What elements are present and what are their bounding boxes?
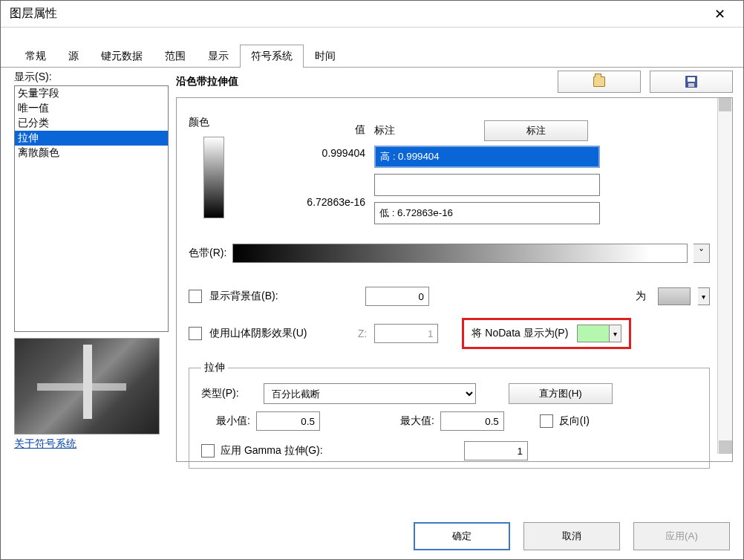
mid-label-input[interactable] <box>374 174 600 196</box>
folder-open-icon <box>593 76 605 87</box>
bg-color-dropdown[interactable]: ▾ <box>698 287 710 305</box>
gamma-input[interactable] <box>464 441 528 460</box>
color-ramp-row: 色带(R): ˅ <box>189 244 710 263</box>
gamma-label: 应用 Gamma 拉伸(G): <box>221 444 458 458</box>
panel-header: 沿色带拉伸值 <box>176 71 733 93</box>
value-col: 值 0.999404 6.72863e-16 <box>276 123 365 208</box>
bg-value-input[interactable] <box>365 287 429 306</box>
cancel-button[interactable]: 取消 <box>523 522 620 550</box>
show-list[interactable]: 矢量字段 唯一值 已分类 拉伸 离散颜色 <box>14 85 169 332</box>
color-gradient-preview <box>203 137 224 218</box>
window-title: 图层属性 <box>10 6 57 22</box>
label-col: 标注 标注 <box>374 120 710 230</box>
scroll-up-icon[interactable] <box>719 98 731 111</box>
open-button[interactable] <box>558 71 641 93</box>
type-label: 类型(P): <box>201 387 253 400</box>
color-label: 颜色 <box>189 116 276 129</box>
left-column: 显示(S): 矢量字段 唯一值 已分类 拉伸 离散颜色 关于符号系统 <box>14 71 169 462</box>
nodata-color-swatch[interactable] <box>577 325 610 342</box>
ramp-dropdown[interactable]: ˅ <box>694 244 710 263</box>
hillshade-label: 使用山体阴影效果(U) <box>209 327 350 340</box>
invert-checkbox[interactable] <box>540 414 553 428</box>
dialog-window: 图层属性 ✕ 常规 源 键元数据 范围 显示 符号系统 时间 显示(S): 矢量… <box>0 0 744 560</box>
background-row: 显示背景值(B): 为 ▾ <box>189 287 710 306</box>
stretch-fieldset: 拉伸 类型(P): 百分比截断 直方图(H) 最小值: 最大值: 反向(I) <box>189 361 710 469</box>
gamma-checkbox[interactable] <box>201 444 215 458</box>
minmax-row: 最小值: 最大值: 反向(I) <box>216 411 697 431</box>
tab-source[interactable]: 源 <box>57 45 90 68</box>
nodata-label: 将 NoData 显示为(P) <box>471 327 568 340</box>
titlebar: 图层属性 ✕ <box>1 1 743 27</box>
gamma-row: 应用 Gamma 拉伸(G): <box>201 441 697 460</box>
bg-color-swatch[interactable] <box>658 287 691 305</box>
tab-display[interactable]: 显示 <box>197 45 240 68</box>
nodata-color-dropdown[interactable]: ▾ <box>610 325 621 342</box>
min-label: 最小值: <box>216 414 250 428</box>
list-item-classified[interactable]: 已分类 <box>15 116 168 131</box>
ramp-label: 色带(R): <box>189 247 226 260</box>
tab-extent[interactable]: 范围 <box>154 45 197 68</box>
low-value: 6.72863e-16 <box>276 196 365 208</box>
tab-keymeta[interactable]: 键元数据 <box>90 45 154 68</box>
max-label: 最大值: <box>400 414 434 428</box>
show-bg-label: 显示背景值(B): <box>209 290 358 303</box>
max-input[interactable] <box>440 411 504 431</box>
low-label-input[interactable] <box>374 202 600 224</box>
disk-save-icon <box>685 76 697 88</box>
panel-scrollbar[interactable] <box>717 98 732 454</box>
show-label: 显示(S): <box>14 71 169 84</box>
type-row: 类型(P): 百分比截断 直方图(H) <box>201 383 697 404</box>
show-bg-checkbox[interactable] <box>189 290 202 303</box>
list-item-discrete[interactable]: 离散颜色 <box>15 146 168 160</box>
tab-bar: 常规 源 键元数据 范围 显示 符号系统 时间 <box>1 44 743 68</box>
apply-button[interactable]: 应用(A) <box>633 522 730 550</box>
as-label: 为 <box>437 290 646 303</box>
hillshade-checkbox[interactable] <box>189 327 202 340</box>
list-item-unique[interactable]: 唯一值 <box>15 101 168 116</box>
color-section: 颜色 值 0.999404 6.72863e-16 标注 标注 <box>189 138 710 230</box>
scroll-down-icon[interactable] <box>719 440 732 454</box>
preview-image <box>14 338 160 434</box>
annotate-button[interactable]: 标注 <box>484 120 588 141</box>
histogram-button[interactable]: 直方图(H) <box>509 383 613 404</box>
value-header: 值 <box>276 123 365 137</box>
annotation-header: 标注 <box>374 124 395 137</box>
z-label: Z: <box>358 328 367 339</box>
list-item-stretch[interactable]: 拉伸 <box>15 131 168 146</box>
save-button[interactable] <box>650 71 733 93</box>
list-item-vector[interactable]: 矢量字段 <box>15 86 168 101</box>
footer-buttons: 确定 取消 应用(A) <box>414 522 730 550</box>
type-select[interactable]: 百分比截断 <box>264 383 476 404</box>
stretch-legend: 拉伸 <box>201 361 228 374</box>
invert-label: 反向(I) <box>559 414 590 428</box>
high-label-input[interactable] <box>374 146 600 168</box>
ok-button[interactable]: 确定 <box>414 522 510 550</box>
tab-time[interactable]: 时间 <box>304 45 347 68</box>
panel-title: 沿色带拉伸值 <box>176 75 238 88</box>
tab-general[interactable]: 常规 <box>14 45 57 68</box>
hillshade-row: 使用山体阴影效果(U) Z: 将 NoData 显示为(P) ▾ <box>189 318 710 349</box>
high-value: 0.999404 <box>276 147 365 159</box>
symbology-panel: 颜色 值 0.999404 6.72863e-16 标注 标注 <box>176 97 733 462</box>
min-input[interactable] <box>256 411 320 431</box>
right-column: 沿色带拉伸值 颜色 值 <box>176 71 733 462</box>
close-button[interactable]: ✕ <box>705 4 734 25</box>
color-ramp[interactable] <box>232 244 688 263</box>
nodata-highlight: 将 NoData 显示为(P) ▾ <box>462 318 631 349</box>
z-input[interactable] <box>374 324 438 343</box>
content-area: 显示(S): 矢量字段 唯一值 已分类 拉伸 离散颜色 关于符号系统 沿色带拉伸… <box>1 68 743 462</box>
tab-symbology[interactable]: 符号系统 <box>240 45 304 68</box>
about-symbology-link[interactable]: 关于符号系统 <box>14 437 76 451</box>
